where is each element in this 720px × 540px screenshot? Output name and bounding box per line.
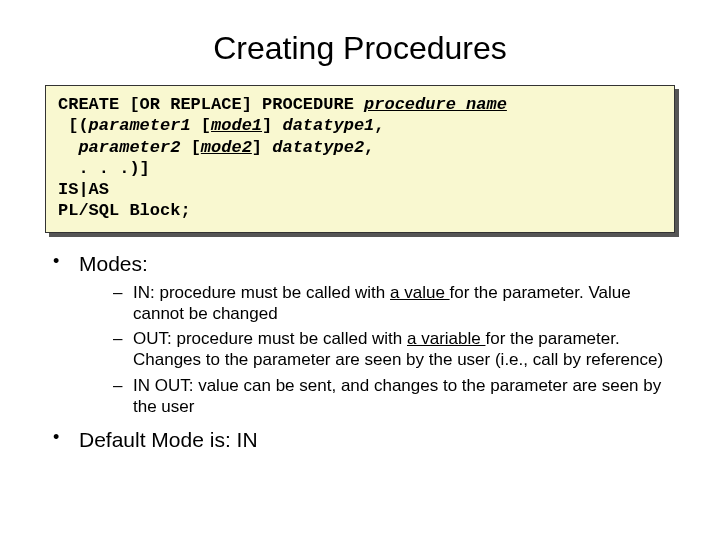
sub-bullet-inout-text: IN OUT: value can be sent, and changes t… — [133, 375, 675, 418]
code-param1: parameter1 — [89, 116, 191, 135]
bullet-default-label: Default Mode is: IN — [79, 427, 258, 452]
code-l3a — [58, 138, 78, 157]
code-line-1a: CREATE [OR REPLACE] PROCEDURE — [58, 95, 364, 114]
dash-icon: – — [113, 375, 133, 418]
slide: Creating Procedures CREATE [OR REPLACE] … — [0, 0, 720, 478]
code-l2a: [( — [58, 116, 89, 135]
code-datatype1: datatype1 — [282, 116, 374, 135]
sub-bullet-in-text: IN: procedure must be called with a valu… — [133, 282, 675, 325]
code-l3e: ] — [252, 138, 272, 157]
code-l4: . . .)] — [58, 159, 150, 178]
code-l6: PL/SQL Block; — [58, 201, 191, 220]
code-l3c: [ — [180, 138, 200, 157]
code-l3g: , — [364, 138, 374, 157]
code-l2c: [ — [191, 116, 211, 135]
mode-out-underline: a variable — [407, 329, 485, 348]
code-l5: IS|AS — [58, 180, 109, 199]
code-l2g: , — [374, 116, 384, 135]
mode-in-a: IN: procedure must be called with — [133, 283, 390, 302]
mode-out-a: OUT: procedure must be called with — [133, 329, 407, 348]
sub-bullet-out-text: OUT: procedure must be called with a var… — [133, 328, 675, 371]
syntax-code-block: CREATE [OR REPLACE] PROCEDURE procedure_… — [45, 85, 675, 233]
mode-in-underline: a value — [390, 283, 450, 302]
slide-title: Creating Procedures — [45, 30, 675, 67]
sub-bullet-in: – IN: procedure must be called with a va… — [53, 282, 675, 325]
bullet-dot-icon: • — [53, 427, 79, 452]
dash-icon: – — [113, 282, 133, 325]
code-procedure-name: procedure_name — [364, 95, 507, 114]
code-mode2: mode2 — [201, 138, 252, 157]
sub-bullet-out: – OUT: procedure must be called with a v… — [53, 328, 675, 371]
code-mode1: mode1 — [211, 116, 262, 135]
bullet-modes-label: Modes: — [79, 251, 148, 276]
bullet-modes: • Modes: — [53, 251, 675, 276]
sub-bullet-inout: – IN OUT: value can be sent, and changes… — [53, 375, 675, 418]
bullet-list: • Modes: – IN: procedure must be called … — [45, 251, 675, 453]
bullet-dot-icon: • — [53, 251, 79, 276]
dash-icon: – — [113, 328, 133, 371]
code-datatype2: datatype2 — [272, 138, 364, 157]
bullet-default: • Default Mode is: IN — [53, 427, 675, 452]
code-l2e: ] — [262, 116, 282, 135]
code-param2: parameter2 — [78, 138, 180, 157]
